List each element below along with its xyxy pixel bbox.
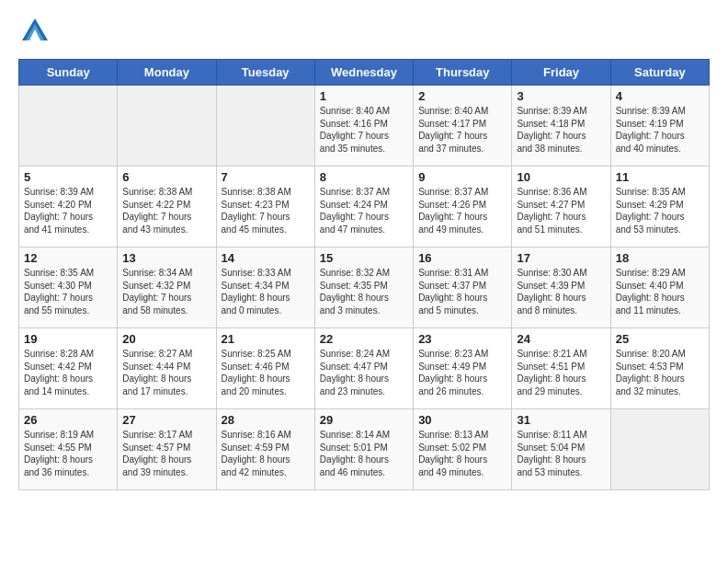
- day-info: Sunrise: 8:34 AM Sunset: 4:32 PM Dayligh…: [122, 267, 210, 316]
- day-number: 12: [24, 251, 112, 265]
- day-cell: 31Sunrise: 8:11 AM Sunset: 5:04 PM Dayli…: [512, 409, 610, 490]
- day-number: 15: [320, 251, 408, 265]
- page: SundayMondayTuesdayWednesdayThursdayFrid…: [0, 0, 728, 505]
- day-info: Sunrise: 8:31 AM Sunset: 4:37 PM Dayligh…: [418, 267, 506, 316]
- day-cell: 19Sunrise: 8:28 AM Sunset: 4:42 PM Dayli…: [19, 328, 118, 409]
- day-info: Sunrise: 8:13 AM Sunset: 5:02 PM Dayligh…: [418, 429, 506, 478]
- header-cell-wednesday: Wednesday: [314, 60, 413, 86]
- day-number: 25: [616, 332, 704, 346]
- day-cell: 18Sunrise: 8:29 AM Sunset: 4:40 PM Dayli…: [610, 247, 709, 328]
- logo-icon: [18, 15, 51, 48]
- day-number: 3: [517, 89, 605, 103]
- day-cell: 10Sunrise: 8:36 AM Sunset: 4:27 PM Dayli…: [512, 167, 610, 247]
- day-info: Sunrise: 8:38 AM Sunset: 4:22 PM Dayligh…: [122, 186, 210, 236]
- day-info: Sunrise: 8:20 AM Sunset: 4:53 PM Dayligh…: [616, 348, 704, 397]
- day-number: 9: [418, 170, 506, 184]
- week-row: 5Sunrise: 8:39 AM Sunset: 4:20 PM Daylig…: [19, 167, 710, 247]
- header-cell-thursday: Thursday: [414, 60, 512, 86]
- day-info: Sunrise: 8:25 AM Sunset: 4:46 PM Dayligh…: [222, 348, 310, 397]
- day-number: 22: [320, 332, 408, 346]
- day-info: Sunrise: 8:40 AM Sunset: 4:17 PM Dayligh…: [418, 105, 506, 155]
- day-info: Sunrise: 8:32 AM Sunset: 4:35 PM Dayligh…: [320, 267, 408, 316]
- day-info: Sunrise: 8:19 AM Sunset: 4:55 PM Dayligh…: [24, 429, 112, 478]
- day-cell: 2Sunrise: 8:40 AM Sunset: 4:17 PM Daylig…: [414, 86, 512, 167]
- day-number: 4: [616, 89, 704, 103]
- day-cell: 30Sunrise: 8:13 AM Sunset: 5:02 PM Dayli…: [414, 409, 512, 490]
- day-cell: 3Sunrise: 8:39 AM Sunset: 4:18 PM Daylig…: [512, 86, 610, 167]
- day-cell: 14Sunrise: 8:33 AM Sunset: 4:34 PM Dayli…: [216, 247, 314, 328]
- day-number: 6: [122, 170, 210, 184]
- day-cell: 23Sunrise: 8:23 AM Sunset: 4:49 PM Dayli…: [414, 328, 512, 409]
- day-info: Sunrise: 8:28 AM Sunset: 4:42 PM Dayligh…: [24, 348, 112, 397]
- day-cell: 16Sunrise: 8:31 AM Sunset: 4:37 PM Dayli…: [414, 247, 512, 328]
- day-number: 31: [517, 413, 605, 427]
- day-number: 29: [320, 413, 408, 427]
- week-row: 1Sunrise: 8:40 AM Sunset: 4:16 PM Daylig…: [19, 86, 710, 167]
- day-cell: 25Sunrise: 8:20 AM Sunset: 4:53 PM Dayli…: [610, 328, 709, 409]
- day-cell: 20Sunrise: 8:27 AM Sunset: 4:44 PM Dayli…: [118, 328, 216, 409]
- day-cell: 4Sunrise: 8:39 AM Sunset: 4:19 PM Daylig…: [610, 86, 709, 167]
- day-info: Sunrise: 8:14 AM Sunset: 5:01 PM Dayligh…: [320, 429, 408, 478]
- day-number: 16: [418, 251, 506, 265]
- day-cell: 29Sunrise: 8:14 AM Sunset: 5:01 PM Dayli…: [314, 409, 413, 490]
- day-cell: 12Sunrise: 8:35 AM Sunset: 4:30 PM Dayli…: [19, 247, 118, 328]
- day-info: Sunrise: 8:21 AM Sunset: 4:51 PM Dayligh…: [517, 348, 605, 397]
- day-info: Sunrise: 8:39 AM Sunset: 4:19 PM Dayligh…: [616, 105, 704, 155]
- day-info: Sunrise: 8:40 AM Sunset: 4:16 PM Dayligh…: [320, 105, 408, 155]
- day-cell: 5Sunrise: 8:39 AM Sunset: 4:20 PM Daylig…: [19, 167, 118, 247]
- day-number: 30: [418, 413, 506, 427]
- day-number: 5: [24, 170, 112, 184]
- logo: [18, 15, 55, 48]
- day-cell: 7Sunrise: 8:38 AM Sunset: 4:23 PM Daylig…: [216, 167, 314, 247]
- day-number: 18: [616, 251, 704, 265]
- day-info: Sunrise: 8:35 AM Sunset: 4:30 PM Dayligh…: [24, 267, 112, 316]
- day-cell: 22Sunrise: 8:24 AM Sunset: 4:47 PM Dayli…: [314, 328, 413, 409]
- day-cell: 1Sunrise: 8:40 AM Sunset: 4:16 PM Daylig…: [314, 86, 413, 167]
- day-number: 10: [517, 170, 605, 184]
- day-number: 23: [418, 332, 506, 346]
- day-info: Sunrise: 8:23 AM Sunset: 4:49 PM Dayligh…: [418, 348, 506, 397]
- day-cell: 8Sunrise: 8:37 AM Sunset: 4:24 PM Daylig…: [314, 167, 413, 247]
- day-cell: 26Sunrise: 8:19 AM Sunset: 4:55 PM Dayli…: [19, 409, 118, 490]
- day-cell: 15Sunrise: 8:32 AM Sunset: 4:35 PM Dayli…: [314, 247, 413, 328]
- day-info: Sunrise: 8:39 AM Sunset: 4:20 PM Dayligh…: [24, 186, 112, 236]
- day-info: Sunrise: 8:37 AM Sunset: 4:24 PM Dayligh…: [320, 186, 408, 236]
- day-info: Sunrise: 8:39 AM Sunset: 4:18 PM Dayligh…: [517, 105, 605, 155]
- header-row: SundayMondayTuesdayWednesdayThursdayFrid…: [19, 60, 710, 86]
- calendar-table: SundayMondayTuesdayWednesdayThursdayFrid…: [18, 59, 710, 490]
- day-cell: 27Sunrise: 8:17 AM Sunset: 4:57 PM Dayli…: [118, 409, 216, 490]
- day-number: 8: [320, 170, 408, 184]
- day-info: Sunrise: 8:38 AM Sunset: 4:23 PM Dayligh…: [222, 186, 310, 236]
- header: [18, 15, 710, 48]
- day-number: 21: [222, 332, 310, 346]
- day-info: Sunrise: 8:11 AM Sunset: 5:04 PM Dayligh…: [517, 429, 605, 478]
- day-number: 28: [222, 413, 310, 427]
- day-cell: [216, 86, 314, 167]
- day-number: 1: [320, 89, 408, 103]
- day-info: Sunrise: 8:16 AM Sunset: 4:59 PM Dayligh…: [222, 429, 310, 478]
- calendar-header: SundayMondayTuesdayWednesdayThursdayFrid…: [19, 60, 710, 86]
- header-cell-monday: Monday: [118, 60, 216, 86]
- day-number: 24: [517, 332, 605, 346]
- day-number: 7: [222, 170, 310, 184]
- day-cell: 13Sunrise: 8:34 AM Sunset: 4:32 PM Dayli…: [118, 247, 216, 328]
- header-cell-saturday: Saturday: [610, 60, 709, 86]
- day-number: 11: [616, 170, 704, 184]
- day-info: Sunrise: 8:27 AM Sunset: 4:44 PM Dayligh…: [122, 348, 210, 397]
- calendar-body: 1Sunrise: 8:40 AM Sunset: 4:16 PM Daylig…: [19, 86, 710, 490]
- day-info: Sunrise: 8:29 AM Sunset: 4:40 PM Dayligh…: [616, 267, 704, 316]
- day-number: 26: [24, 413, 112, 427]
- day-cell: [118, 86, 216, 167]
- day-number: 14: [222, 251, 310, 265]
- day-info: Sunrise: 8:35 AM Sunset: 4:29 PM Dayligh…: [616, 186, 704, 236]
- day-cell: [19, 86, 118, 167]
- day-cell: 6Sunrise: 8:38 AM Sunset: 4:22 PM Daylig…: [118, 167, 216, 247]
- day-cell: 9Sunrise: 8:37 AM Sunset: 4:26 PM Daylig…: [414, 167, 512, 247]
- day-info: Sunrise: 8:17 AM Sunset: 4:57 PM Dayligh…: [122, 429, 210, 478]
- day-number: 27: [122, 413, 210, 427]
- day-cell: 11Sunrise: 8:35 AM Sunset: 4:29 PM Dayli…: [610, 167, 709, 247]
- day-cell: 17Sunrise: 8:30 AM Sunset: 4:39 PM Dayli…: [512, 247, 610, 328]
- day-info: Sunrise: 8:30 AM Sunset: 4:39 PM Dayligh…: [517, 267, 605, 316]
- day-number: 19: [24, 332, 112, 346]
- day-number: 20: [122, 332, 210, 346]
